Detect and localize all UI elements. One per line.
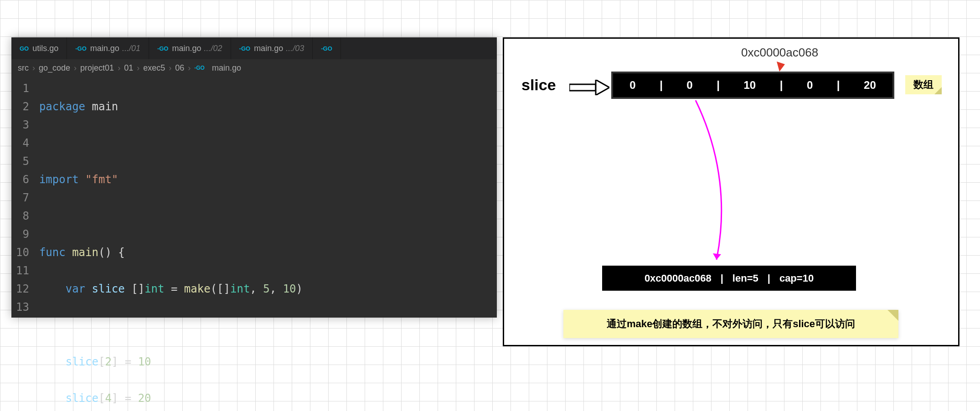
ident: slice <box>92 283 125 295</box>
tok: ( <box>211 283 217 295</box>
tok: , <box>270 283 283 295</box>
tab-suffix: .../01 <box>122 44 140 53</box>
line-gutter: 1 2 3 4 5 6 7 8 9 10 11 12 13 <box>11 77 39 411</box>
sep-icon: | <box>780 79 783 92</box>
sep-icon: | <box>717 79 720 92</box>
slice-header-struct: 0xc0000ac068 | len=5 | cap=10 <box>602 266 856 291</box>
line-num: 10 <box>16 243 29 262</box>
line-num: 9 <box>16 225 29 243</box>
tab-overflow[interactable]: -GO <box>313 37 341 59</box>
chevron-right-icon: › <box>118 63 120 73</box>
line-num: 7 <box>16 189 29 207</box>
chevron-right-icon: › <box>137 63 139 73</box>
kw: import <box>39 173 79 186</box>
tok: [ <box>98 355 105 368</box>
kw: func <box>39 246 66 259</box>
svg-marker-0 <box>777 62 785 72</box>
tab-suffix: .../02 <box>204 44 222 53</box>
code-area[interactable]: 1 2 3 4 5 6 7 8 9 10 11 12 13 package ma… <box>11 77 497 411</box>
line-num: 12 <box>16 280 29 298</box>
tab-utils[interactable]: GO utils.go <box>11 37 67 59</box>
kw: var <box>66 283 85 295</box>
kw: package <box>39 100 85 113</box>
tab-main-02[interactable]: -GO main.go .../02 <box>149 37 231 59</box>
chevron-right-icon: › <box>169 63 171 73</box>
tab-label: main.go <box>254 44 283 53</box>
line-num: 1 <box>16 79 29 98</box>
slice-label: slice <box>521 76 556 94</box>
line-num: 4 <box>16 134 29 152</box>
array-cell: 10 <box>743 79 756 92</box>
struct-addr: 0xc0000ac068 <box>645 272 712 284</box>
ident: slice <box>66 392 98 405</box>
tab-main-01[interactable]: -GO main.go .../01 <box>67 37 149 59</box>
bc-item[interactable]: exec5 <box>143 63 165 73</box>
go-icon: -GO <box>239 45 251 52</box>
str: "fmt" <box>85 173 118 186</box>
line-num: 8 <box>16 207 29 225</box>
line-num: 3 <box>16 116 29 134</box>
sep-icon: | <box>660 79 663 92</box>
tok: [] <box>131 283 144 295</box>
go-icon: -GO <box>194 65 205 71</box>
breadcrumb: src› go_code› project01› 01› exec5› 06› … <box>11 59 497 77</box>
struct-cap: cap=10 <box>779 272 814 284</box>
num: 4 <box>105 392 111 405</box>
address-label: 0xc0000ac068 <box>741 46 818 60</box>
struct-len: len=5 <box>732 272 758 284</box>
arrow-right-icon <box>569 80 609 95</box>
note-text: 通过make创建的数组，不对外访问，只有slice可以访问 <box>607 317 855 331</box>
array-cell: 0 <box>807 79 813 92</box>
pointer-arrow-icon <box>695 100 749 269</box>
ident: slice <box>66 355 98 368</box>
tab-label: main.go <box>172 44 201 53</box>
chevron-right-icon: › <box>188 63 191 73</box>
go-icon: GO <box>20 45 29 52</box>
go-icon: -GO <box>157 45 169 52</box>
tok: ] = <box>112 355 138 368</box>
memory-diagram: 0xc0000ac068 slice 0| 0| 10| 0| 20 数组 0x… <box>503 37 959 346</box>
array-cell: 0 <box>686 79 692 92</box>
svg-marker-3 <box>713 253 721 260</box>
line-num: 6 <box>16 170 29 189</box>
tok: [] <box>217 283 230 295</box>
tok: , <box>250 283 263 295</box>
bc-file[interactable]: main.go <box>212 63 241 73</box>
type: int <box>144 283 164 295</box>
num: 10 <box>138 355 151 368</box>
tok: = <box>164 283 184 295</box>
line-num: 5 <box>16 152 29 170</box>
chevron-right-icon: › <box>32 63 35 73</box>
bc-item[interactable]: 06 <box>175 63 184 73</box>
tab-main-03[interactable]: -GO main.go .../03 <box>231 37 313 59</box>
sep-icon: | <box>837 79 840 92</box>
fn: main <box>72 246 98 259</box>
sep-icon: | <box>768 272 770 284</box>
backing-array: 0| 0| 10| 0| 20 <box>611 72 894 99</box>
array-tag: 数组 <box>905 75 942 94</box>
bc-item[interactable]: project01 <box>80 63 114 73</box>
bc-item[interactable]: go_code <box>39 63 70 73</box>
tab-suffix: .../03 <box>286 44 304 53</box>
bc-item[interactable]: 01 <box>124 63 133 73</box>
array-tag-text: 数组 <box>913 78 934 92</box>
tab-bar: GO utils.go -GO main.go .../01 -GO main.… <box>11 37 497 59</box>
code-editor: GO utils.go -GO main.go .../01 -GO main.… <box>11 37 497 318</box>
annotation-note: 通过make创建的数组，不对外访问，只有slice可以访问 <box>563 310 898 338</box>
fn: make <box>184 283 211 295</box>
num: 5 <box>263 283 269 295</box>
arrow-down-icon <box>774 62 788 72</box>
num: 20 <box>138 392 151 405</box>
code-content[interactable]: package main import "fmt" func main() { … <box>39 77 303 411</box>
type: int <box>230 283 250 295</box>
tok: [ <box>98 392 105 405</box>
tab-label: main.go <box>90 44 119 53</box>
tab-label: utils.go <box>32 44 58 53</box>
chevron-right-icon: › <box>74 63 77 73</box>
line-num: 2 <box>16 98 29 116</box>
bc-item[interactable]: src <box>18 63 29 73</box>
ident: main <box>92 100 119 113</box>
go-icon: -GO <box>75 45 87 52</box>
line-num: 11 <box>16 262 29 280</box>
sep-icon: | <box>721 272 723 284</box>
